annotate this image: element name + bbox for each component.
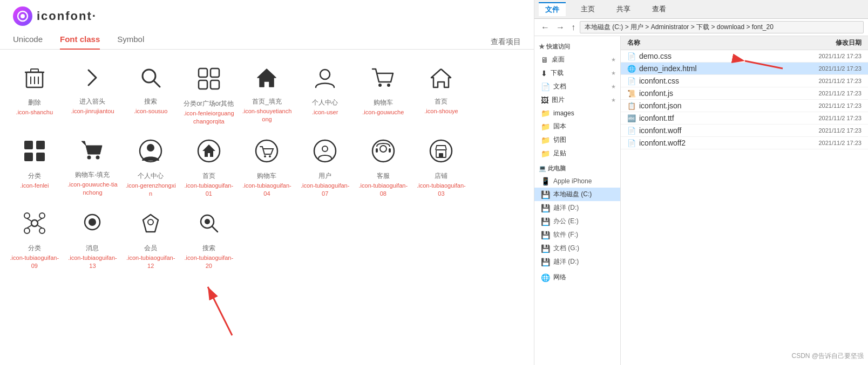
- toolbar-view-btn[interactable]: 查看: [646, 3, 673, 16]
- svg-rect-35: [376, 148, 378, 153]
- downloads-icon: ⬇: [541, 69, 547, 78]
- toolbar-home-btn[interactable]: 主页: [574, 3, 601, 16]
- images-folder-icon: 📁: [541, 109, 550, 118]
- icon-item-shouyetianchong[interactable]: 首页_填充 .icon-shouyetianchong: [238, 60, 296, 133]
- file-date-iconfont-css: 2021/11/2 17:23: [786, 78, 862, 84]
- sidebar-item-d-yueyang2[interactable]: 💾 越洋 (D:): [534, 255, 620, 268]
- cart-filled-icon: [80, 139, 104, 165]
- icon-item-tubiaoguifan-12[interactable]: 会员 .icon-tubiaoguifan-12: [121, 205, 180, 277]
- sidebar-item-downloads[interactable]: ⬇ 下载 ★: [534, 66, 620, 80]
- toolbar-share-btn[interactable]: 共享: [610, 3, 637, 16]
- logo-area: iconfont·: [0, 0, 534, 26]
- svg-line-47: [27, 225, 31, 228]
- file-row-iconfont-css[interactable]: 📄 iconfont.css 2021/11/2 17:23: [621, 75, 868, 87]
- svg-rect-39: [439, 153, 443, 157]
- sidebar-item-downloads-label: 下载: [551, 68, 564, 78]
- svg-point-34: [380, 146, 386, 152]
- icon-item-tubiaoguifan-04[interactable]: 购物车 .icon-tubiaoguifan-04: [238, 133, 296, 205]
- sidebar-item-network[interactable]: 🌐 网络: [534, 271, 620, 284]
- icon-item-empty2: [470, 133, 528, 205]
- svg-rect-10: [199, 68, 207, 77]
- svg-point-28: [256, 140, 277, 162]
- nav-up-btn[interactable]: ↑: [569, 22, 578, 33]
- file-row-iconfont-woff2[interactable]: 📄 iconfont.woff2 2021/11/2 17:23: [621, 137, 868, 149]
- icon-item-tubiaoguifan-13[interactable]: 消息 .icon-tubiaoguifan-13: [64, 205, 122, 277]
- svg-point-50: [89, 218, 96, 226]
- icon-item-tubiaoguifan-08[interactable]: 客服 .icon-tubiaoguifan-08: [354, 133, 412, 205]
- sidebar-item-f-software-label: 软件 (F:): [553, 230, 578, 239]
- sidebar-item-pictures[interactable]: 🖼 图片 ★: [534, 93, 620, 107]
- sidebar-item-guoben[interactable]: 📁 国本: [534, 120, 620, 133]
- delete-icon: [24, 67, 45, 93]
- sidebar-item-c-drive[interactable]: 💾 本地磁盘 (C:): [534, 188, 620, 201]
- svg-point-43: [24, 228, 30, 233]
- file-name-iconfont-css: iconfont.css: [639, 77, 679, 85]
- file-row-demo-index[interactable]: 🌐 demo_index.html 2021/11/2 17:23: [621, 63, 868, 75]
- quick-access-section: ★ 快速访问 🖥 桌面 ★ ⬇ 下载 ★ 📄 文档 ★ 🖼: [534, 40, 620, 160]
- file-row-demo-css[interactable]: 📄 demo.css 2021/11/2 17:23: [621, 50, 868, 63]
- d2-drive-icon: 💾: [541, 258, 550, 266]
- svg-point-17: [387, 84, 390, 87]
- iconfont-ttf-icon: 🔤 iconfont.ttf: [627, 114, 783, 122]
- svg-point-42: [39, 213, 45, 218]
- sidebar-item-f-software[interactable]: 💾 软件 (F:): [534, 228, 620, 242]
- icon-item-sousuo[interactable]: 搜索 .icon-sousuo: [121, 60, 180, 133]
- icon-item-jinrujiantou[interactable]: 进入箭头 .icon-jinrujiantou: [64, 60, 122, 133]
- file-row-iconfont-json[interactable]: 📋 iconfont.json 2021/11/2 17:23: [621, 100, 868, 112]
- svg-rect-20: [24, 153, 33, 161]
- file-row-iconfont-ttf[interactable]: 🔤 iconfont.ttf 2021/11/2 17:23: [621, 112, 868, 125]
- icon-item-gouwuche[interactable]: 购物车 .icon-gouwuche: [354, 60, 412, 133]
- icon-item-tubiaoguifan-09[interactable]: 分类 .icon-tubiaoguifan-09: [5, 205, 64, 277]
- svg-line-56: [208, 287, 232, 335]
- this-pc-section: 💻 此电脑 📱 Apple iPhone 💾 本地磁盘 (C:) 💾 越洋 (D…: [534, 162, 620, 268]
- tab-symbol[interactable]: Symbol: [117, 35, 144, 49]
- file-date-iconfont-woff2: 2021/11/2 17:23: [786, 140, 862, 146]
- file-name-iconfont-woff2: iconfont.woff2: [639, 139, 686, 147]
- icon-item-shouye[interactable]: 首页 .icon-shouye: [412, 60, 471, 133]
- sidebar-item-g-docs[interactable]: 💾 文档 (G:): [534, 242, 620, 255]
- icon-item-gouwuche-tianchong[interactable]: 购物车-填充 .icon-gouwuche-tianchong: [64, 133, 122, 205]
- icon-item-tubiaoguifan-01[interactable]: 首页 .icon-tubiaoguifan-01: [180, 133, 238, 205]
- sidebar-item-documents[interactable]: 📄 文档 ★: [534, 80, 620, 93]
- file-row-iconfont-woff[interactable]: 📄 iconfont.woff 2021/11/2 17:23: [621, 125, 868, 137]
- icon-item-tubiaoguifan-07[interactable]: 用户 .icon-tubiaoguifan-07: [296, 133, 354, 205]
- sidebar-item-e-office[interactable]: 💾 办公 (E:): [534, 215, 620, 228]
- svg-point-51: [148, 219, 153, 225]
- svg-point-29: [264, 155, 266, 157]
- file-date-demo-index: 2021/11/2 17:23: [786, 65, 862, 72]
- sidebar-item-d-yueyang[interactable]: 💾 越洋 (D:): [534, 201, 620, 215]
- icon-item-fenlei2[interactable]: 分类 .icon-fenlei: [5, 133, 64, 205]
- iphone-icon: 📱: [541, 177, 550, 185]
- col-header-date: 修改日期: [786, 38, 862, 47]
- svg-point-1: [21, 14, 25, 18]
- icon-item-user[interactable]: 个人中心 .icon-user: [296, 60, 354, 133]
- sidebar-item-desktop[interactable]: 🖥 桌面 ★: [534, 53, 620, 66]
- sidebar-item-iphone[interactable]: 📱 Apple iPhone: [534, 175, 620, 188]
- nav-back-btn[interactable]: ←: [539, 22, 552, 33]
- sidebar-item-zudian[interactable]: 📁 足贴: [534, 147, 620, 160]
- iconfont-css-icon: 📄 iconfont.css: [627, 77, 783, 85]
- sidebar-item-images[interactable]: 📁 images: [534, 107, 620, 120]
- f-drive-icon: 💾: [541, 231, 550, 239]
- icon-item-tubiaoguifan-20[interactable]: 搜索 .icon-tubiaoguifan-20: [180, 205, 238, 277]
- file-date-iconfont-woff: 2021/11/2 17:23: [786, 127, 862, 134]
- icon-item-tubiaoguifan-03[interactable]: 店铺 .icon-tubiaoguifan-03: [412, 133, 471, 205]
- icon-item-gerenzhongxin[interactable]: 个人中心 .icon-gerenzhongxin: [121, 133, 180, 205]
- view-project-link[interactable]: 查看项目: [491, 37, 521, 47]
- g-drive-icon: 💾: [541, 244, 550, 253]
- qieitu-folder-icon: 📁: [541, 136, 550, 144]
- file-row-iconfont-js[interactable]: 📜 iconfont.js 2021/11/2 17:23: [621, 87, 868, 100]
- sidebar-item-d-yueyang-label: 越洋 (D:): [553, 203, 579, 212]
- file-name-iconfont-js: iconfont.js: [639, 89, 673, 98]
- sidebar-item-qieitu[interactable]: 📁 切图: [534, 133, 620, 147]
- icon-item-shanchu[interactable]: 删除 .icon-shanchu: [5, 60, 64, 133]
- category-filled-icon: [23, 139, 46, 166]
- nav-forward-btn[interactable]: →: [554, 22, 567, 33]
- home-filled-icon: [255, 67, 278, 92]
- tab-fontclass[interactable]: Font class: [60, 35, 100, 49]
- message-tabbar-icon: [80, 211, 104, 238]
- sidebar-item-e-office-label: 办公 (E:): [553, 217, 579, 226]
- icon-item-fenlei[interactable]: 分类or广场or其他 .icon-fenleiorguangchangorqit…: [180, 60, 238, 133]
- tab-unicode[interactable]: Unicode: [13, 35, 43, 49]
- toolbar-file-btn[interactable]: 文件: [539, 2, 566, 16]
